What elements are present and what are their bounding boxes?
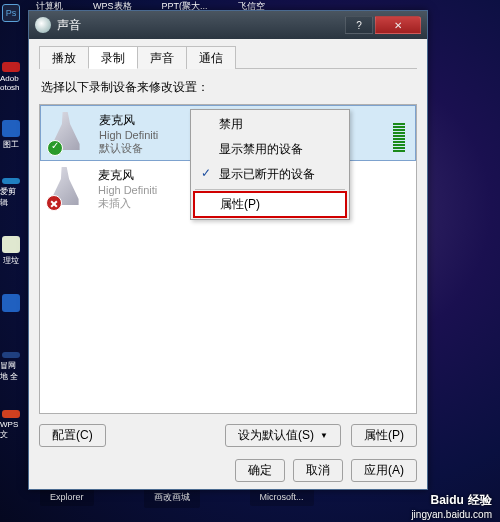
device-status: 默认设备 [99,141,158,156]
device-list[interactable]: 麦克风 High Definiti 默认设备 麦克风 High Definiti… [39,104,417,414]
menu-show-disconnected[interactable]: 显示已断开的设备 [193,162,347,187]
watermark: Baidu 经验 jingyan.baidu.com [411,490,492,520]
window-title: 声音 [57,17,81,34]
sound-dialog: 声音 ? ✕ 播放 录制 声音 通信 选择以下录制设备来修改设置： 麦克风 Hi… [28,10,428,490]
photoshop-icon[interactable]: Ps [0,4,22,34]
desktop-icon-column: Ps Adob otosh 图工 爱剪辑 理垃 冒网地 全 WPS文 [0,0,22,440]
status-error-badge [46,195,62,211]
close-button[interactable]: ✕ [375,16,421,34]
apply-button[interactable]: 应用(A) [351,459,417,482]
sound-icon [35,17,51,33]
help-button[interactable]: ? [345,16,373,34]
tool-icon[interactable]: 图工 [0,120,22,150]
tab-communications[interactable]: 通信 [186,46,236,69]
aijianji-icon[interactable]: 爱剪辑 [0,178,22,208]
level-meter [393,116,405,152]
cancel-button[interactable]: 取消 [293,459,343,482]
device-sub: High Definiti [98,184,157,196]
properties-button[interactable]: 属性(P) [351,424,417,447]
device-status: 未插入 [98,196,157,211]
menu-show-disabled[interactable]: 显示禁用的设备 [193,137,347,162]
chevron-down-icon: ▼ [320,431,328,440]
menu-disable[interactable]: 禁用 [193,112,347,137]
microphone-icon [48,167,90,209]
menu-separator [195,189,345,190]
instruction-text: 选择以下录制设备来修改设置： [41,79,415,96]
recycle-bin-icon[interactable]: 理垃 [0,236,22,266]
set-default-button[interactable]: 设为默认值(S)▼ [225,424,341,447]
netsafe-icon[interactable]: 冒网地 全 [0,352,22,382]
watermark-url: jingyan.baidu.com [411,509,492,520]
status-ok-badge [47,140,63,156]
wps-icon[interactable]: WPS文 [0,410,22,440]
menu-properties-highlighted[interactable]: 属性(P) [193,191,347,218]
device-sub: High Definiti [99,129,158,141]
configure-button[interactable]: 配置(C) [39,424,106,447]
tab-bar: 播放 录制 声音 通信 [39,45,417,69]
ie-icon[interactable] [0,294,22,324]
tab-playback[interactable]: 播放 [39,46,89,69]
context-menu: 禁用 显示禁用的设备 显示已断开的设备 属性(P) [190,109,350,220]
tab-recording[interactable]: 录制 [88,46,138,69]
tab-sounds[interactable]: 声音 [137,46,187,69]
ok-button[interactable]: 确定 [235,459,285,482]
adobe-icon[interactable]: Adob otosh [0,62,22,92]
microphone-icon [49,112,91,154]
device-name: 麦克风 [98,167,157,184]
titlebar[interactable]: 声音 ? ✕ [29,11,427,39]
device-name: 麦克风 [99,112,158,129]
